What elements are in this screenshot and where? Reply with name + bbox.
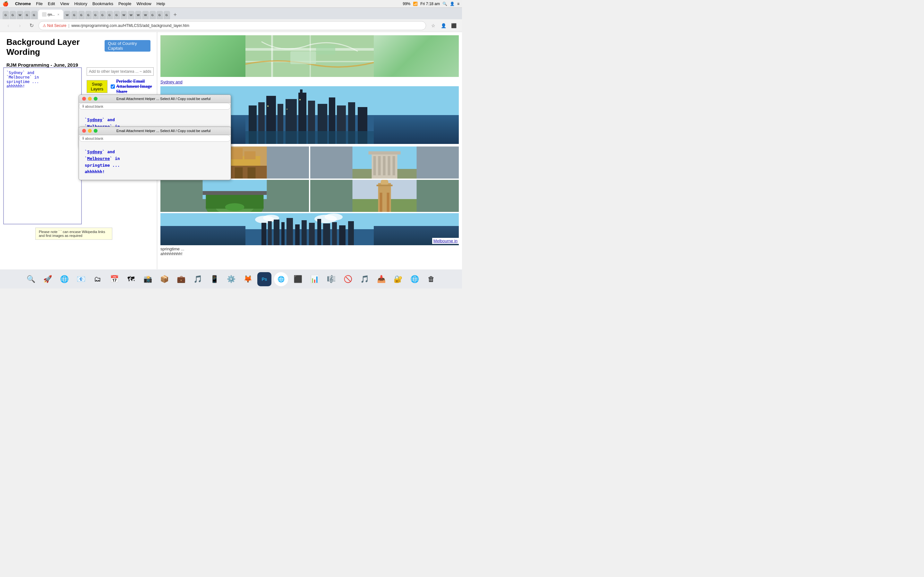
svg-rect-5 <box>290 51 316 64</box>
map-image <box>160 35 459 77</box>
periodic-checkbox[interactable] <box>111 84 115 89</box>
menu-chrome[interactable]: Chrome <box>15 1 31 6</box>
new-tab-button[interactable]: + <box>171 10 180 19</box>
tab-g5[interactable]: G <box>31 11 37 19</box>
dock-itunes[interactable]: 🎵 <box>357 272 372 286</box>
popup2-url: about:blank <box>85 137 103 140</box>
dock-downloads[interactable]: 📥 <box>374 272 388 286</box>
add-textarea-row <box>87 67 153 76</box>
melbourne-link[interactable]: Melbourne in <box>432 238 459 244</box>
menu-help[interactable]: Help <box>157 1 165 6</box>
menu-file[interactable]: File <box>36 1 43 6</box>
svg-rect-40 <box>373 156 376 175</box>
popup2-close-button[interactable] <box>82 129 86 133</box>
dock-mail[interactable]: 📧 <box>74 272 88 286</box>
dock-safari[interactable]: 🌐 <box>57 272 71 286</box>
bookmark-button[interactable]: ☆ <box>429 21 438 30</box>
tab-g11[interactable]: G <box>99 11 106 19</box>
dock-iphone[interactable]: 📱 <box>207 272 221 286</box>
dock-numbers[interactable]: 📊 <box>307 272 321 286</box>
tab-active-label: rjm... <box>48 13 55 16</box>
add-textarea-input[interactable] <box>87 67 153 76</box>
forward-button[interactable]: › <box>15 21 24 30</box>
tab-g16[interactable]: W <box>135 11 142 19</box>
tab-g9[interactable]: G <box>86 11 92 19</box>
dock-photos[interactable]: 📸 <box>141 272 155 286</box>
url-bar[interactable]: ⚠ Not Secure | www.rjmprogramming.com.au… <box>39 21 426 30</box>
controls-row: Swap Layers Periodic Email Attachment Im… <box>87 79 153 94</box>
dock-notion[interactable]: ⬛ <box>291 272 305 286</box>
dock-music[interactable]: 🎵 <box>191 272 205 286</box>
info-icon: ℹ <box>82 104 84 108</box>
dock-work[interactable]: 💼 <box>174 272 188 286</box>
reload-button[interactable]: ↻ <box>27 21 36 30</box>
tab-g17[interactable]: W <box>142 11 149 19</box>
svg-rect-2 <box>271 35 273 77</box>
popup1-close-button[interactable] <box>82 97 86 101</box>
dock-files[interactable]: 🗂 <box>90 272 105 286</box>
dock-maps[interactable]: 🗺 <box>124 272 138 286</box>
dock-settings[interactable]: ⚙️ <box>224 272 238 286</box>
tab-g7[interactable]: G <box>71 11 78 19</box>
menubar-list[interactable]: ≡ <box>457 2 459 6</box>
menu-people[interactable]: People <box>118 1 131 6</box>
svg-rect-41 <box>378 156 381 175</box>
svg-rect-22 <box>246 131 374 144</box>
profile-button[interactable]: 👤 <box>439 21 448 30</box>
menu-history[interactable]: History <box>74 1 87 6</box>
back-button[interactable]: ‹ <box>4 21 13 30</box>
sydney-link[interactable]: Sydney and <box>160 79 459 84</box>
dock-firefox[interactable]: 🦊 <box>241 272 255 286</box>
tab-g20[interactable]: G <box>164 11 170 19</box>
extensions-button[interactable]: ⬛ <box>449 21 458 30</box>
tab-g14[interactable]: W <box>121 11 128 19</box>
tab-g2[interactable]: G <box>10 11 16 19</box>
menubar-time: Fri 7:18 am <box>420 2 440 6</box>
dock-finder[interactable]: 🔍 <box>24 272 38 286</box>
dock-trash[interactable]: 🗑 <box>424 272 438 286</box>
dock-web[interactable]: 🌐 <box>407 272 422 286</box>
quiz-badge[interactable]: Quiz of Country Capitals <box>105 40 150 52</box>
dock-calendar[interactable]: 📅 <box>107 272 121 286</box>
layer1-textarea[interactable] <box>3 67 82 224</box>
svg-rect-25 <box>286 109 288 110</box>
tab-g6[interactable]: W <box>64 11 71 19</box>
popup1-minimize-button[interactable] <box>88 97 92 101</box>
tab-g19[interactable]: G <box>157 11 163 19</box>
apple-menu[interactable]: 🍎 <box>3 1 9 7</box>
svg-rect-74 <box>332 222 337 245</box>
dock-appstore[interactable]: 📦 <box>157 272 171 286</box>
tab-g1[interactable]: G <box>3 11 9 19</box>
tab-active[interactable]: rjm... × <box>38 10 63 19</box>
popup2-maximize-button[interactable] <box>94 129 97 133</box>
menu-window[interactable]: Window <box>136 1 151 6</box>
tab-g12[interactable]: G <box>107 11 113 19</box>
dock-garageband[interactable]: 🎼 <box>324 272 338 286</box>
dock-chrome[interactable]: 🌐 <box>274 272 288 286</box>
menu-edit[interactable]: Edit <box>48 1 55 6</box>
tab-g13[interactable]: G <box>113 11 120 19</box>
popup1-title: Email Attachment Helper ... Select All /… <box>99 97 228 101</box>
svg-rect-35 <box>248 167 256 179</box>
stadium-image <box>160 180 309 212</box>
menubar-search[interactable]: 🔍 <box>443 2 447 6</box>
tab-g18[interactable]: G <box>150 11 156 19</box>
menu-view[interactable]: View <box>60 1 69 6</box>
menubar-left: 🍎 Chrome File Edit View History Bookmark… <box>3 1 165 7</box>
svg-rect-71 <box>309 223 315 245</box>
dock-keychain[interactable]: 🔐 <box>391 272 405 286</box>
dock-launchpad[interactable]: 🚀 <box>40 272 55 286</box>
swap-layers-button[interactable]: Swap Layers <box>87 80 107 93</box>
dock-photoshop[interactable]: Ps <box>257 272 271 286</box>
tab-g15[interactable]: W <box>128 11 134 19</box>
tab-g4[interactable]: G <box>24 11 31 19</box>
popup2-minimize-button[interactable] <box>88 129 92 133</box>
tab-g8[interactable]: G <box>78 11 85 19</box>
svg-rect-72 <box>317 219 321 245</box>
tab-g10[interactable]: G <box>92 11 99 19</box>
menu-bookmarks[interactable]: Bookmarks <box>92 1 113 6</box>
dock-prohibit[interactable]: 🚫 <box>341 272 355 286</box>
tab-close-button[interactable]: × <box>57 13 59 16</box>
tab-g3[interactable]: W <box>17 11 23 19</box>
popup1-maximize-button[interactable] <box>94 97 97 101</box>
